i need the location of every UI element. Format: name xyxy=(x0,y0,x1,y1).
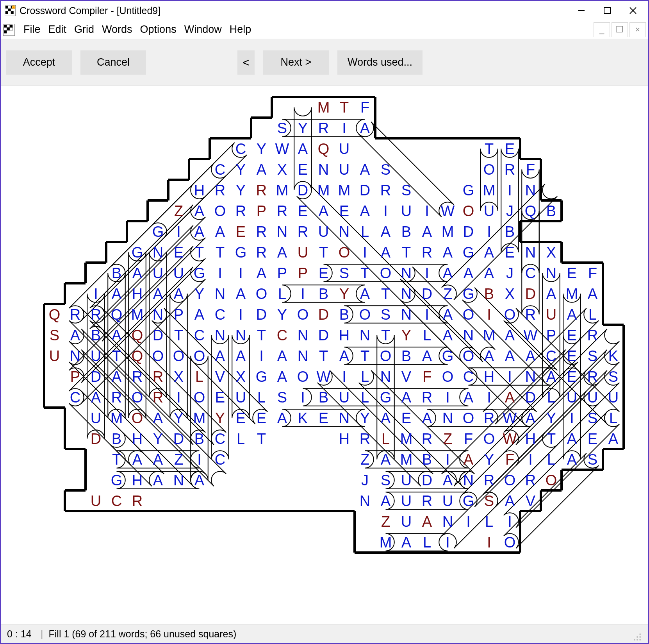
grid-cell: Y xyxy=(546,410,556,426)
grid-cell: D xyxy=(422,472,432,488)
prev-button[interactable]: < xyxy=(237,50,255,75)
close-button[interactable] xyxy=(620,2,646,19)
grid-cell: R xyxy=(484,472,494,488)
grid-cell: T xyxy=(112,348,121,364)
grid-cell: U xyxy=(298,244,308,261)
app-window: Crossword Compiler - [Untitled9] File Ed… xyxy=(0,0,649,644)
grid-cell: A xyxy=(112,286,122,302)
grid-cell: A xyxy=(505,389,515,406)
grid-cell: L xyxy=(547,451,555,468)
grid-cell: E xyxy=(319,265,328,281)
grid-cell: I xyxy=(446,451,450,468)
grid-cell: F xyxy=(360,99,369,116)
grid-cell: J xyxy=(506,203,513,219)
svg-rect-16 xyxy=(4,27,7,30)
maximize-button[interactable] xyxy=(594,2,620,19)
grid-cell: I xyxy=(487,306,491,323)
grid-cell: U xyxy=(235,389,246,406)
grid-cell: I xyxy=(487,224,491,240)
resize-grip-icon[interactable] xyxy=(633,632,642,642)
grid-canvas[interactable]: MTFSYRIACYWAQUTECYAXENUASORFHRYRMDMMDRSG… xyxy=(1,86,648,624)
grid-cell: G xyxy=(463,286,474,302)
grid-cell: M xyxy=(276,182,289,199)
grid-cell: R xyxy=(422,244,432,261)
grid-cell: A xyxy=(319,203,329,219)
grid-cell: N xyxy=(401,306,412,323)
grid-cell: M xyxy=(483,182,496,199)
grid-cell: P xyxy=(277,265,287,281)
grid-cell: V xyxy=(526,493,536,509)
grid-cell: H xyxy=(339,327,349,343)
grid-cell: F xyxy=(464,431,473,447)
menu-grid[interactable]: Grid xyxy=(70,22,98,37)
grid-cell: D xyxy=(318,327,329,343)
accept-button[interactable]: Accept xyxy=(6,50,72,75)
status-bar: 0 : 14 | Fill 1 (69 of 211 words; 66 unu… xyxy=(1,624,648,643)
grid-cell: M xyxy=(317,99,330,116)
grid-cell: M xyxy=(566,286,578,302)
grid-cell: U xyxy=(587,389,598,406)
grid-cell: B xyxy=(319,286,328,302)
grid-cell: R xyxy=(318,120,329,136)
grid-cell: A xyxy=(215,348,225,364)
grid-cell: W xyxy=(317,369,331,385)
grid-cell: R xyxy=(422,493,432,509)
grid-cell: R xyxy=(525,472,536,488)
mdi-close-button[interactable]: × xyxy=(629,22,646,37)
grid-cell: T xyxy=(360,348,369,364)
grid-cell: H xyxy=(484,369,494,385)
grid-cell: S xyxy=(381,161,390,178)
grid-cell: A xyxy=(381,451,391,468)
cancel-button[interactable]: Cancel xyxy=(80,50,146,75)
grid-cell: N xyxy=(153,306,163,323)
grid-cell: A xyxy=(153,286,163,302)
grid-cell: D xyxy=(91,431,101,447)
grid-cell: U xyxy=(401,513,412,530)
grid-cell: A xyxy=(194,203,205,219)
status-fill-text: Fill 1 (69 of 211 words; 66 unused squar… xyxy=(49,628,237,640)
grid-cell: A xyxy=(464,451,474,468)
grid-cell: N xyxy=(401,286,412,302)
mdi-restore-button[interactable]: ❐ xyxy=(612,22,628,37)
grid-cell: L xyxy=(361,369,369,385)
grid-cell: G xyxy=(442,348,454,364)
menu-help[interactable]: Help xyxy=(226,22,255,37)
menu-edit[interactable]: Edit xyxy=(45,22,71,37)
grid-cell: N xyxy=(360,327,370,343)
grid-cell: R xyxy=(111,389,122,406)
grid-cell: A xyxy=(546,286,556,302)
words-used-button[interactable]: Words used... xyxy=(337,50,423,75)
grid-cell: Y xyxy=(194,286,204,302)
menu-words[interactable]: Words xyxy=(98,22,136,37)
grid-cell: R xyxy=(235,203,246,219)
minimize-button[interactable] xyxy=(569,2,594,19)
grid-cell: E xyxy=(298,161,308,178)
svg-point-128 xyxy=(639,639,641,640)
grid-cell: U xyxy=(401,472,412,488)
grid-cell: A xyxy=(194,306,205,323)
grid-cell: A xyxy=(422,513,432,530)
next-button[interactable]: Next > xyxy=(263,50,329,75)
grid-cell: Z xyxy=(360,451,369,468)
titlebar: Crossword Compiler - [Untitled9] xyxy=(1,1,648,20)
grid-cell: Q xyxy=(132,348,143,364)
grid-cell: M xyxy=(111,410,123,426)
mdi-minimize-button[interactable]: ‗ xyxy=(594,22,610,37)
grid-cell: N xyxy=(235,327,246,343)
grid-cell: A xyxy=(360,161,370,178)
grid-cell: I xyxy=(446,534,450,551)
grid-cell: X xyxy=(236,369,246,385)
grid-cell: S xyxy=(277,120,287,136)
grid-cell: Y xyxy=(277,306,287,323)
grid-cell: B xyxy=(112,265,121,281)
grid-cell: A xyxy=(339,348,349,364)
grid-cell: J xyxy=(506,265,513,281)
menu-file[interactable]: File xyxy=(20,22,45,37)
svg-rect-7 xyxy=(13,7,14,8)
grid-cell: A xyxy=(132,265,143,281)
grid-cell: N xyxy=(525,182,536,199)
grid-cell: L xyxy=(382,431,390,447)
grid-cell: Y xyxy=(360,410,370,426)
menu-window[interactable]: Window xyxy=(180,22,226,37)
menu-options[interactable]: Options xyxy=(136,22,180,37)
